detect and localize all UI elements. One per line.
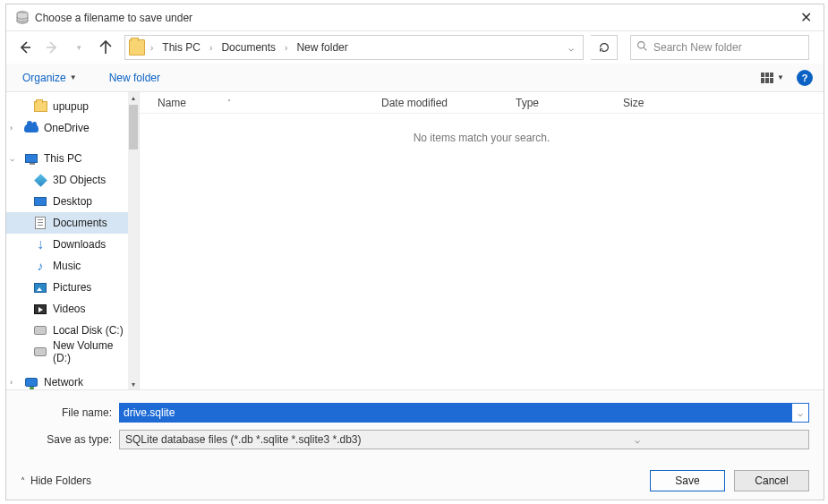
download-icon: ↓ bbox=[33, 237, 47, 252]
tree-label: OneDrive bbox=[44, 122, 90, 134]
chevron-down-icon: ▾ bbox=[77, 43, 81, 52]
search-icon bbox=[636, 40, 648, 55]
savetype-combobox[interactable]: SQLite database files (*.db *.sqlite *.s… bbox=[119, 430, 809, 449]
chevron-down-icon: ⌵ bbox=[10, 154, 19, 163]
save-dialog: Choose a filename to save under ✕ ▾ › Th… bbox=[5, 4, 824, 500]
tree-label: Music bbox=[53, 260, 81, 272]
refresh-icon bbox=[598, 41, 610, 54]
tree-item-local-disk[interactable]: Local Disk (C:) bbox=[6, 320, 139, 341]
tree-item-videos[interactable]: Videos bbox=[6, 298, 139, 320]
dialog-footer: ˄ Hide Folders Save Cancel bbox=[6, 462, 824, 500]
empty-message: No items match your search. bbox=[140, 132, 824, 144]
tree-item-3d-objects[interactable]: 3D Objects bbox=[6, 169, 139, 191]
close-button[interactable]: ✕ bbox=[797, 9, 815, 26]
savetype-label: Save as type: bbox=[21, 433, 119, 446]
tree-label: Desktop bbox=[53, 195, 92, 208]
tree-label: Network bbox=[44, 376, 83, 389]
breadcrumb-item[interactable]: New folder bbox=[293, 39, 351, 56]
window-title: Choose a filename to save under bbox=[35, 12, 797, 24]
chevron-down-icon[interactable]: ⌵ bbox=[792, 408, 808, 418]
tree-item-upupup[interactable]: upupup bbox=[6, 96, 139, 117]
tree-item-this-pc[interactable]: ⌵ This PC bbox=[6, 148, 139, 169]
chevron-right-icon: › bbox=[10, 378, 19, 387]
breadcrumb-dropdown[interactable]: ⌵ bbox=[568, 43, 579, 53]
tree-label: This PC bbox=[44, 152, 82, 165]
breadcrumb-item[interactable]: This PC bbox=[158, 39, 204, 56]
tree-label: Pictures bbox=[53, 281, 91, 294]
video-icon bbox=[34, 304, 47, 314]
tree-item-pictures[interactable]: Pictures bbox=[6, 277, 139, 298]
scroll-down-icon[interactable]: ▾ bbox=[132, 379, 135, 389]
savetype-value: SQLite database files (*.db *.sqlite *.s… bbox=[125, 433, 467, 446]
back-button[interactable] bbox=[13, 36, 37, 59]
monitor-icon bbox=[25, 154, 38, 163]
chevron-down-icon: ▼ bbox=[777, 73, 784, 81]
view-grid-icon bbox=[761, 73, 773, 83]
save-button[interactable]: Save bbox=[650, 470, 725, 491]
column-size[interactable]: Size bbox=[623, 97, 695, 109]
tree-item-network[interactable]: › Network bbox=[6, 372, 139, 389]
tree-item-documents[interactable]: Documents bbox=[6, 212, 139, 234]
breadcrumb-bar[interactable]: › This PC › Documents › New folder ⌵ bbox=[124, 35, 584, 60]
folder-tree: upupup › OneDrive ⌵ This PC 3D Objects D… bbox=[6, 92, 139, 389]
svg-point-4 bbox=[638, 42, 644, 48]
document-icon bbox=[35, 217, 46, 229]
chevron-up-icon: ˄ bbox=[21, 476, 25, 486]
folder-icon bbox=[34, 101, 47, 112]
organize-label: Organize bbox=[22, 72, 66, 84]
file-list: Name ˄ Date modified Type Size No items … bbox=[139, 92, 824, 389]
up-button[interactable] bbox=[94, 36, 117, 59]
tree-item-new-volume[interactable]: New Volume (D:) bbox=[6, 341, 139, 363]
chevron-right-icon: › bbox=[149, 43, 155, 53]
tree-item-music[interactable]: ♪ Music bbox=[6, 255, 139, 277]
organize-menu[interactable]: Organize ▼ bbox=[17, 68, 82, 88]
arrow-up-icon bbox=[98, 40, 113, 55]
recent-dropdown[interactable]: ▾ bbox=[67, 36, 90, 59]
forward-button[interactable] bbox=[40, 36, 64, 59]
hide-folders-label: Hide Folders bbox=[30, 474, 91, 487]
cancel-button[interactable]: Cancel bbox=[734, 470, 809, 491]
disk-icon bbox=[34, 347, 47, 356]
folder-icon bbox=[129, 39, 145, 56]
view-menu[interactable]: ▼ bbox=[757, 71, 788, 85]
arrow-right-icon bbox=[45, 40, 59, 55]
column-date[interactable]: Date modified bbox=[381, 97, 516, 109]
chevron-right-icon: › bbox=[208, 43, 214, 53]
search-box[interactable] bbox=[630, 35, 809, 60]
chevron-down-icon[interactable]: ⌵ bbox=[467, 435, 809, 445]
column-type[interactable]: Type bbox=[516, 97, 623, 109]
help-button[interactable]: ? bbox=[797, 70, 813, 86]
sidebar-scrollbar[interactable]: ▴ ▾ bbox=[128, 92, 139, 389]
column-headers: Name ˄ Date modified Type Size bbox=[140, 92, 824, 114]
tree-label: Documents bbox=[53, 217, 107, 229]
new-folder-button[interactable]: New folder bbox=[104, 68, 166, 88]
filename-input[interactable] bbox=[120, 404, 792, 422]
tree-item-downloads[interactable]: ↓ Downloads bbox=[6, 234, 139, 255]
dialog-body: upupup › OneDrive ⌵ This PC 3D Objects D… bbox=[6, 92, 824, 389]
tree-label: 3D Objects bbox=[53, 174, 106, 186]
tree-label: Downloads bbox=[53, 238, 106, 251]
titlebar: Choose a filename to save under ✕ bbox=[6, 4, 824, 31]
desktop-icon bbox=[34, 197, 47, 206]
sort-indicator-icon: ˄ bbox=[227, 98, 231, 107]
picture-icon bbox=[34, 283, 47, 293]
filename-combobox[interactable]: ⌵ bbox=[119, 403, 809, 423]
svg-line-5 bbox=[644, 47, 646, 50]
new-folder-label: New folder bbox=[109, 72, 160, 84]
cloud-icon bbox=[24, 124, 38, 132]
database-icon bbox=[15, 11, 30, 25]
tree-item-desktop[interactable]: Desktop bbox=[6, 191, 139, 212]
tree-label: New Volume (D:) bbox=[53, 339, 126, 364]
scroll-up-icon[interactable]: ▴ bbox=[132, 92, 135, 103]
column-name[interactable]: Name ˄ bbox=[158, 97, 381, 109]
hide-folders-button[interactable]: ˄ Hide Folders bbox=[21, 474, 91, 487]
breadcrumb-item[interactable]: Documents bbox=[218, 39, 279, 56]
tree-label: Local Disk (C:) bbox=[53, 324, 124, 337]
scroll-thumb[interactable] bbox=[129, 105, 138, 149]
3d-objects-icon bbox=[34, 174, 47, 187]
tree-item-onedrive[interactable]: › OneDrive bbox=[6, 117, 139, 139]
chevron-down-icon: ▼ bbox=[70, 73, 77, 81]
refresh-button[interactable] bbox=[591, 35, 618, 60]
chevron-right-icon: › bbox=[10, 124, 19, 132]
search-input[interactable] bbox=[653, 41, 803, 54]
